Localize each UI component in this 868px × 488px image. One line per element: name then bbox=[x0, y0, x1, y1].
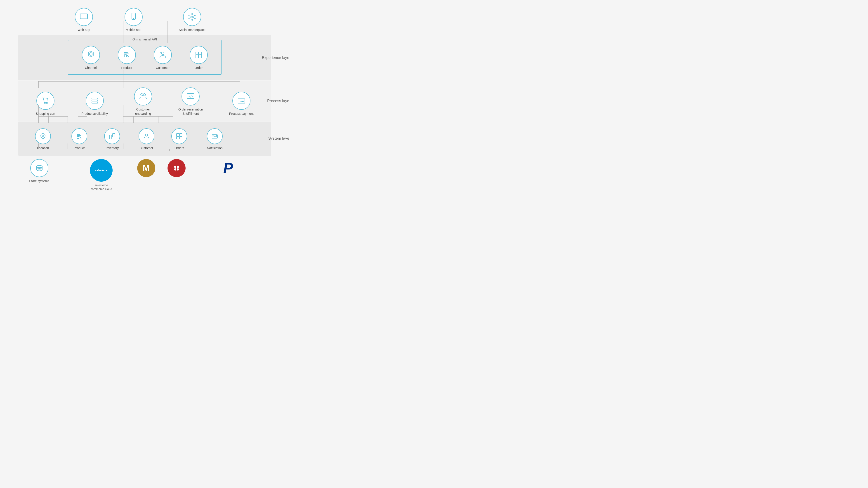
order-icon bbox=[190, 46, 208, 64]
svg-point-77 bbox=[141, 94, 143, 96]
svg-rect-89 bbox=[77, 136, 79, 138]
svg-rect-92 bbox=[113, 135, 115, 137]
notification-item: Notification bbox=[195, 128, 235, 150]
svg-point-46 bbox=[189, 18, 190, 19]
customer-sys-label: Customer bbox=[140, 146, 153, 150]
svg-point-85 bbox=[42, 135, 44, 136]
gmail-logo: M bbox=[137, 159, 155, 177]
svg-rect-65 bbox=[124, 55, 127, 57]
svg-line-52 bbox=[190, 18, 191, 18]
social-marketplace-icon bbox=[183, 8, 201, 26]
web-app-item: Web app bbox=[75, 8, 93, 32]
svg-rect-76 bbox=[92, 102, 98, 103]
store-systems-icon bbox=[30, 159, 49, 177]
svg-point-72 bbox=[44, 103, 45, 104]
paypal-logo: P bbox=[219, 159, 237, 177]
product-availability-label: Product availability bbox=[81, 111, 108, 116]
customer-sys-icon bbox=[138, 128, 154, 144]
twilio-logo bbox=[167, 159, 186, 177]
svg-point-67 bbox=[161, 52, 164, 55]
product-availability-icon bbox=[86, 92, 104, 110]
process-layer-title: Process layer bbox=[267, 99, 289, 103]
customer-onboarding-label: Customer onboarding bbox=[135, 107, 151, 116]
salesforce-label: salesforcecommerce cloud bbox=[91, 184, 112, 191]
customer-exp-icon bbox=[154, 46, 172, 64]
social-marketplace-item: Social marketplace bbox=[179, 8, 206, 32]
order-label: Order bbox=[195, 66, 203, 70]
svg-line-50 bbox=[190, 16, 191, 17]
svg-rect-94 bbox=[113, 133, 115, 135]
svg-point-40 bbox=[133, 18, 134, 19]
architecture-diagram: Web app Mobile app bbox=[0, 0, 289, 198]
system-layer-title: System layer bbox=[268, 136, 289, 141]
shopping-cart-icon bbox=[36, 92, 55, 110]
svg-point-107 bbox=[36, 167, 42, 169]
location-icon bbox=[35, 128, 51, 144]
svg-rect-96 bbox=[177, 133, 179, 136]
paypal-item: P bbox=[205, 159, 251, 177]
svg-rect-83 bbox=[239, 101, 241, 102]
svg-rect-69 bbox=[199, 52, 202, 55]
svg-line-51 bbox=[193, 16, 195, 17]
inventory-icon bbox=[104, 128, 120, 144]
orders-sys-label: Orders bbox=[175, 146, 184, 150]
product-availability-item: Product availability bbox=[81, 92, 108, 116]
social-marketplace-label: Social marketplace bbox=[179, 28, 206, 32]
svg-point-109 bbox=[177, 166, 179, 168]
customer-exp-label: Customer bbox=[156, 66, 169, 70]
svg-point-47 bbox=[195, 18, 196, 19]
svg-line-101 bbox=[212, 136, 213, 137]
product-sys-icon bbox=[71, 128, 87, 144]
notification-icon bbox=[207, 128, 223, 144]
store-systems-item: Store systems bbox=[18, 159, 60, 183]
svg-text:</>: </> bbox=[188, 95, 193, 98]
svg-line-102 bbox=[216, 136, 217, 137]
process-payment-item: Process payment bbox=[229, 92, 254, 116]
product-sys-label: Product bbox=[74, 146, 85, 150]
customer-exp-item: Customer bbox=[154, 46, 172, 70]
store-systems-label: Store systems bbox=[29, 179, 49, 183]
inventory-item: Inventory bbox=[95, 128, 129, 150]
svg-point-108 bbox=[174, 166, 176, 168]
svg-point-43 bbox=[192, 20, 193, 21]
product-exp-label: Product bbox=[121, 66, 132, 70]
product-sys-item: Product bbox=[63, 128, 95, 150]
omnichannel-api-label: Omnichannel API bbox=[130, 37, 159, 41]
svg-rect-97 bbox=[180, 133, 182, 136]
channel-icon bbox=[82, 46, 100, 64]
svg-point-44 bbox=[189, 15, 190, 16]
process-payment-label: Process payment bbox=[229, 111, 254, 116]
svg-point-110 bbox=[174, 168, 176, 170]
orders-sys-icon bbox=[171, 128, 187, 144]
svg-rect-75 bbox=[92, 100, 98, 101]
order-reservation-label: Order reservation & fulfillment bbox=[178, 107, 203, 116]
svg-marker-55 bbox=[90, 53, 92, 56]
order-item: Order bbox=[190, 46, 208, 70]
salesforce-text: salesforce bbox=[95, 169, 107, 172]
mobile-app-icon bbox=[125, 8, 143, 26]
svg-rect-98 bbox=[177, 136, 179, 139]
svg-point-111 bbox=[177, 168, 179, 170]
process-payment-icon bbox=[232, 92, 250, 110]
salesforce-item: salesforce salesforcecommerce cloud bbox=[67, 159, 135, 191]
svg-point-78 bbox=[143, 94, 146, 96]
shopping-cart-label: Shopping cart bbox=[36, 111, 55, 116]
channel-item: Channel bbox=[82, 46, 100, 70]
twilio-item bbox=[161, 159, 192, 177]
svg-point-45 bbox=[195, 15, 196, 16]
salesforce-logo: salesforce bbox=[90, 159, 113, 182]
svg-point-41 bbox=[191, 16, 193, 18]
gmail-item: M bbox=[131, 159, 161, 177]
web-app-label: Web app bbox=[78, 28, 90, 32]
experience-layer-title: Experience layer bbox=[262, 56, 289, 60]
shopping-cart-item: Shopping cart bbox=[36, 92, 55, 116]
web-app-icon bbox=[75, 8, 93, 26]
svg-rect-68 bbox=[196, 52, 198, 55]
inventory-label: Inventory bbox=[106, 146, 119, 150]
orders-sys-item: Orders bbox=[163, 128, 195, 150]
location-item: Location bbox=[23, 128, 63, 150]
notification-label: Notification bbox=[207, 146, 222, 150]
svg-point-73 bbox=[46, 103, 48, 104]
product-exp-icon bbox=[118, 46, 136, 64]
customer-sys-item: Customer bbox=[129, 128, 163, 150]
